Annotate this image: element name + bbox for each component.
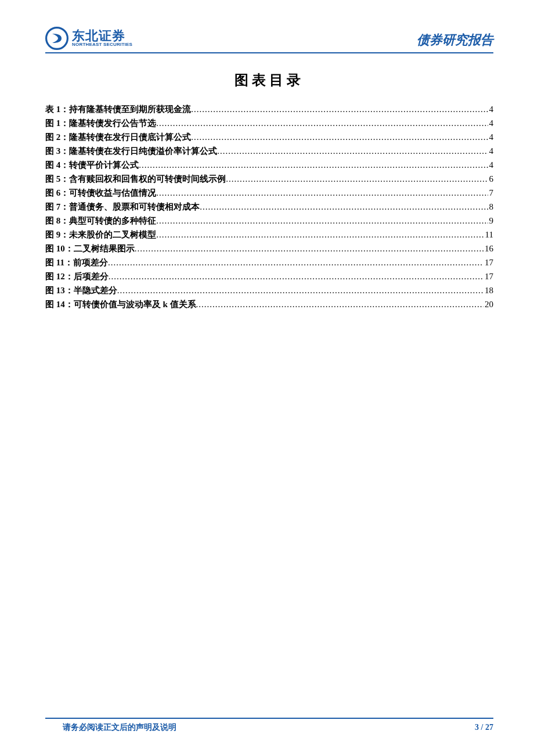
toc-entry: 图 11：前项差分17 (45, 255, 493, 269)
toc-leader-dots (156, 228, 484, 242)
logo-text-en: NORTHEAST SECURITIES (72, 42, 132, 47)
toc-entry-page: 4 (488, 144, 494, 158)
toc-entry-page: 4 (488, 158, 494, 172)
toc-entry: 图 14：可转债价值与波动率及 k 值关系20 (45, 297, 493, 311)
toc-leader-dots (139, 158, 488, 172)
toc-leader-dots (156, 116, 488, 130)
toc-entry-page: 6 (488, 172, 494, 186)
toc-entry-label: 图 8：典型可转债的多种特征 (45, 214, 156, 228)
footer-page-number: 3 / 27 (475, 723, 493, 732)
toc-leader-dots (156, 214, 488, 228)
toc-entry: 图 9：未来股价的二叉树模型11 (45, 228, 493, 242)
toc-leader-dots (156, 186, 488, 200)
toc-entry-label: 图 2：隆基转债在发行日债底计算公式 (45, 130, 191, 144)
toc-entry-label: 图 11：前项差分 (45, 255, 108, 269)
toc-entry: 图 6：可转债收益与估值情况7 (45, 186, 493, 200)
toc-leader-dots (109, 269, 484, 283)
toc-entry-page: 4 (488, 102, 494, 116)
document-type-label: 债券研究报告 (417, 31, 493, 50)
footer-disclaimer: 请务必阅读正文后的声明及说明 (45, 722, 176, 733)
toc-leader-dots (191, 102, 488, 116)
toc-entry-page: 20 (484, 297, 493, 311)
toc-entry-label: 图 1：隆基转债发行公告节选 (45, 116, 156, 130)
toc-entry: 表 1：持有隆基转债至到期所获现金流4 (45, 102, 493, 116)
toc-entry: 图 12：后项差分17 (45, 269, 493, 283)
toc-entry-page: 17 (484, 269, 493, 283)
toc-leader-dots (135, 242, 484, 255)
table-of-contents: 表 1：持有隆基转债至到期所获现金流4图 1：隆基转债发行公告节选4图 2：隆基… (45, 102, 493, 311)
toc-entry: 图 13：半隐式差分18 (45, 283, 493, 297)
toc-entry-page: 8 (488, 200, 494, 214)
toc-entry: 图 1：隆基转债发行公告节选4 (45, 116, 493, 130)
svg-point-0 (46, 28, 68, 49)
toc-entry: 图 5：含有赎回权和回售权的可转债时间线示例6 (45, 172, 493, 186)
toc-entry-label: 图 12：后项差分 (45, 269, 109, 283)
toc-entry-label: 图 3：隆基转债在发行日纯债溢价率计算公式 (45, 144, 217, 158)
toc-entry-label: 图 6：可转债收益与估值情况 (45, 186, 156, 200)
toc-leader-dots (117, 283, 484, 297)
toc-leader-dots (217, 144, 488, 158)
page-footer: 请务必阅读正文后的声明及说明 3 / 27 (45, 718, 493, 733)
brand-logo: 东北证券 NORTHEAST SECURITIES (45, 27, 132, 50)
toc-leader-dots (108, 255, 484, 269)
toc-entry: 图 2：隆基转债在发行日债底计算公式4 (45, 130, 493, 144)
toc-leader-dots (200, 200, 488, 214)
toc-entry: 图 8：典型可转债的多种特征9 (45, 214, 493, 228)
toc-entry-page: 18 (484, 283, 493, 297)
page-container: 东北证券 NORTHEAST SECURITIES 债券研究报告 图表目录 表 … (0, 0, 534, 756)
toc-entry-page: 16 (484, 242, 493, 255)
toc-entry-page: 4 (488, 130, 494, 144)
toc-entry: 图 10：二叉树结果图示16 (45, 242, 493, 255)
page-header: 东北证券 NORTHEAST SECURITIES 债券研究报告 (45, 22, 493, 53)
toc-entry: 图 4：转债平价计算公式4 (45, 158, 493, 172)
toc-entry-label: 图 7：普通债务、股票和可转债相对成本 (45, 200, 200, 214)
toc-leader-dots (191, 130, 488, 144)
toc-entry-page: 4 (488, 116, 494, 130)
toc-title: 图表目录 (45, 71, 493, 89)
toc-entry-label: 图 9：未来股价的二叉树模型 (45, 228, 156, 242)
toc-entry: 图 7：普通债务、股票和可转债相对成本8 (45, 200, 493, 214)
toc-entry-page: 9 (488, 214, 494, 228)
toc-leader-dots (226, 172, 488, 186)
toc-entry-page: 11 (484, 228, 493, 242)
toc-entry-label: 图 13：半隐式差分 (45, 283, 117, 297)
logo-icon (45, 27, 68, 50)
toc-leader-dots (196, 297, 484, 311)
toc-entry-page: 7 (488, 186, 494, 200)
toc-entry-label: 图 10：二叉树结果图示 (45, 242, 135, 255)
toc-entry-page: 17 (484, 255, 493, 269)
toc-entry-label: 表 1：持有隆基转债至到期所获现金流 (45, 102, 191, 116)
toc-entry: 图 3：隆基转债在发行日纯债溢价率计算公式4 (45, 144, 493, 158)
toc-entry-label: 图 4：转债平价计算公式 (45, 158, 139, 172)
toc-entry-label: 图 14：可转债价值与波动率及 k 值关系 (45, 297, 196, 311)
toc-entry-label: 图 5：含有赎回权和回售权的可转债时间线示例 (45, 172, 226, 186)
logo-text-cn: 东北证券 (72, 30, 132, 42)
